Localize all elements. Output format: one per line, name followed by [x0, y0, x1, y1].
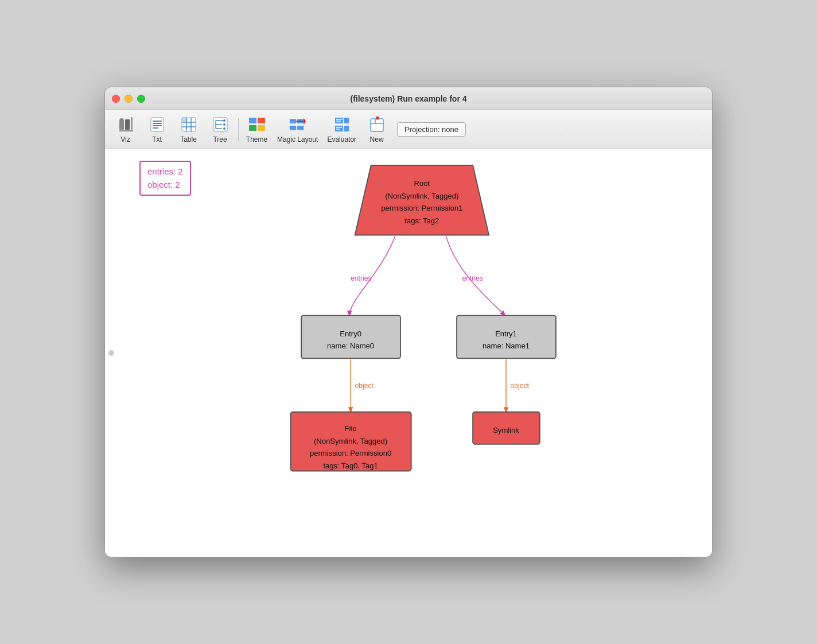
svg-rect-36 [344, 118, 349, 123]
table-icon [180, 116, 198, 134]
file-text-line2: (NonSymlink, Tagged) [314, 437, 387, 445]
new-icon [368, 115, 386, 134]
svg-rect-31 [297, 126, 304, 130]
diagram-svg: Root (NonSymlink, Tagged) permission: Pe… [105, 149, 712, 557]
svg-rect-0 [119, 122, 124, 130]
svg-point-23 [223, 127, 225, 130]
tree-button[interactable]: Tree [204, 114, 236, 146]
entry0-text-line1: Entry0 [340, 329, 361, 338]
svg-rect-24 [249, 118, 256, 123]
titlebar: (filesystem) Run example for 4 [105, 87, 712, 110]
maximize-button[interactable] [137, 95, 145, 103]
new-button[interactable]: New [361, 114, 392, 146]
symlink-text: Symlink [493, 426, 519, 434]
theme-button[interactable]: Theme [241, 114, 273, 146]
edge-label-entries-left: entries [351, 274, 371, 282]
viz-button[interactable]: Viz [110, 114, 141, 146]
svg-rect-25 [258, 118, 265, 123]
txt-icon [148, 116, 166, 134]
txt-label: Txt [152, 135, 162, 143]
window-title: (filesystem) Run example for 4 [350, 94, 466, 103]
table-label: Table [180, 135, 197, 143]
toolbar: Viz Txt [105, 110, 712, 149]
svg-rect-34 [335, 118, 343, 123]
evaluator-label: Evaluator [327, 135, 356, 143]
evaluator-button[interactable]: Evaluator [322, 114, 361, 146]
traffic-lights [112, 95, 145, 103]
viz-icon [116, 116, 135, 134]
content-area: entries: 2 object: 2 Root (NonSymlink, T… [105, 149, 712, 557]
root-text-line1: Root [414, 179, 430, 188]
svg-rect-15 [182, 118, 186, 122]
evaluator-icon [333, 115, 351, 134]
root-text-line4: tags: Tag2 [404, 216, 439, 225]
svg-rect-1 [125, 119, 130, 130]
magic-layout-icon [289, 115, 307, 134]
theme-icon [248, 115, 266, 134]
root-text-line2: (NonSymlink, Tagged) [385, 192, 458, 200]
entry1-text-line2: name: Name1 [483, 342, 530, 350]
svg-rect-2 [131, 117, 133, 130]
main-window: (filesystem) Run example for 4 Viz [104, 87, 713, 557]
viz-label: Viz [120, 135, 130, 143]
svg-rect-30 [290, 126, 296, 130]
close-button[interactable] [112, 95, 120, 103]
entry1-text-line1: Entry1 [495, 329, 517, 338]
txt-button[interactable]: Txt [141, 114, 173, 146]
svg-point-3 [119, 118, 124, 123]
file-text-line1: File [345, 424, 357, 433]
svg-point-21 [223, 119, 225, 122]
root-text-line3: permission: Permission1 [381, 204, 462, 212]
file-text-line4: tags: Tag0, Tag1 [323, 461, 378, 470]
file-text-line3: permission: Permission0 [310, 449, 391, 457]
svg-rect-5 [151, 118, 164, 131]
svg-rect-27 [258, 125, 265, 131]
projection-button[interactable]: Projection: none [397, 122, 466, 137]
edge-label-entries-right: entries [462, 274, 483, 282]
svg-point-22 [223, 123, 225, 126]
svg-rect-28 [290, 119, 296, 124]
magic-layout-label: Magic Layout [277, 135, 318, 143]
table-button[interactable]: Table [173, 114, 204, 146]
theme-label: Theme [246, 135, 267, 143]
edge-label-object-left: object [355, 382, 374, 390]
svg-rect-35 [335, 126, 343, 131]
minimize-button[interactable] [125, 95, 133, 103]
tree-icon [211, 116, 229, 134]
edge-label-object-right: object [511, 382, 530, 390]
svg-rect-26 [249, 125, 256, 131]
magic-layout-button[interactable]: Magic Layout [273, 114, 322, 146]
separator-1 [238, 118, 239, 141]
svg-marker-32 [304, 118, 306, 125]
entry0-text-line2: name: Name0 [327, 342, 374, 350]
new-label: New [370, 135, 384, 143]
tree-label: Tree [213, 135, 227, 143]
svg-rect-37 [344, 126, 349, 131]
svg-rect-42 [371, 119, 383, 131]
